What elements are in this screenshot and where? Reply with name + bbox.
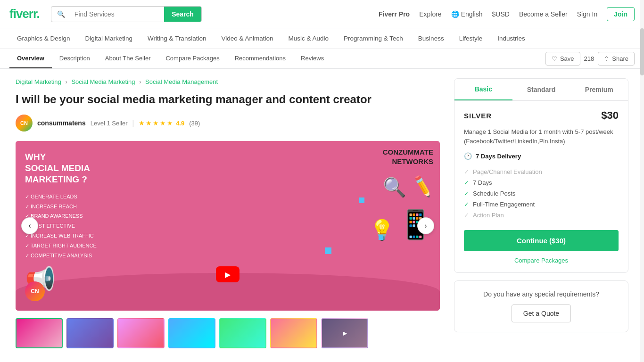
share-label: Share	[612, 55, 628, 62]
breadcrumb-separator-2: ›	[139, 78, 143, 85]
sub-nav: Overview Description About The Seller Co…	[0, 49, 644, 69]
star-5: ★	[167, 119, 173, 127]
gig-title: I will be your social media marketing ma…	[16, 92, 440, 107]
feature-2: ✓ Schedule Posts	[464, 188, 619, 199]
star-3: ★	[153, 119, 159, 127]
avatar: CN	[16, 115, 33, 132]
carousel-prev-button[interactable]: ‹	[21, 217, 38, 234]
thumbnail-5[interactable]	[219, 318, 266, 348]
feature-3: ✓ Full-Time Engagement	[464, 199, 619, 210]
tab-premium[interactable]: Premium	[570, 79, 628, 100]
star-2: ★	[146, 119, 152, 127]
breadcrumb-social-media-management[interactable]: Social Media Management	[145, 78, 218, 85]
feature-2-icon: ✓	[464, 190, 469, 197]
search-icon: 🔍	[51, 7, 69, 22]
compare-packages-link[interactable]: Compare Packages	[464, 257, 619, 264]
language-link[interactable]: 🌐English	[451, 10, 483, 18]
thumbnail-7[interactable]: ▶	[321, 318, 368, 348]
subnav-overview[interactable]: Overview	[9, 49, 52, 68]
sign-in-link[interactable]: Sign In	[577, 10, 598, 18]
explore-link[interactable]: Explore	[419, 10, 441, 18]
scrollbar[interactable]	[640, 0, 644, 360]
package-tabs: Basic Standard Premium	[454, 79, 628, 101]
package-name-row: SILVER $30	[464, 109, 619, 122]
feature-1: ✓ 7 Days	[464, 177, 619, 188]
package-card: Basic Standard Premium SILVER $30 Manage…	[454, 78, 628, 273]
currency-link[interactable]: $USD	[492, 10, 510, 18]
fiverr-pro-link[interactable]: Fiverr Pro	[379, 10, 410, 18]
feature-4-icon: ✓	[464, 212, 469, 219]
get-quote-button[interactable]: Get a Quote	[512, 304, 571, 322]
seller-name-link[interactable]: consummatens	[37, 119, 86, 127]
quote-card: Do you have any special requirements? Ge…	[454, 280, 628, 332]
feature-3-icon: ✓	[464, 201, 469, 208]
search-button[interactable]: Search	[164, 7, 201, 22]
thumbnail-6[interactable]	[270, 318, 317, 348]
save-label: Save	[560, 55, 574, 62]
subnav-reviews[interactable]: Reviews	[293, 49, 331, 68]
bullet-7: ✓ COMPETITIVE ANALYSIS	[25, 251, 221, 261]
package-body: SILVER $30 Manage 1 Social Media for 1 m…	[454, 101, 628, 272]
feature-1-label: 7 Days	[473, 179, 492, 186]
bullet-2: ✓ INCREASE REACH	[25, 202, 221, 212]
bullet-6: ✓ TARGET RIGHT AUDIENCE	[25, 241, 221, 251]
join-button[interactable]: Join	[607, 7, 635, 21]
magnifier-icon: 🔍	[383, 176, 406, 198]
share-icon: ⇧	[604, 55, 609, 62]
feature-0-icon: ✓	[464, 168, 469, 175]
header-nav: Fiverr Pro Explore 🌐English $USD Become …	[379, 7, 635, 21]
play-button-icon: ▶	[216, 266, 239, 282]
tab-standard[interactable]: Standard	[512, 79, 570, 100]
deco-square-2	[379, 235, 383, 240]
star-4: ★	[160, 119, 166, 127]
cat-writing-translation[interactable]: Writing & Translation	[140, 28, 214, 49]
feature-4-label: Action Plan	[473, 212, 504, 219]
breadcrumb-digital-marketing[interactable]: Digital Marketing	[16, 78, 61, 85]
cat-digital-marketing[interactable]: Digital Marketing	[78, 28, 140, 49]
carousel-next-button[interactable]: ›	[417, 217, 434, 234]
cat-music-audio[interactable]: Music & Audio	[281, 28, 337, 49]
thumbnail-3[interactable]	[117, 318, 165, 348]
logo[interactable]: fiverr.	[9, 7, 40, 21]
bullet-4: ✓ COST EFFECTIVE	[25, 221, 221, 231]
bullet-3: ✓ BRAND AWARENESS	[25, 211, 221, 221]
carousel-main-image: WHYSOCIAL MEDIAMARKETING ? ✓ GENERATE LE…	[16, 141, 440, 311]
tab-basic[interactable]: Basic	[454, 79, 512, 100]
gig-icons-area: 🔍 ✏️	[383, 176, 433, 198]
cat-graphics-design[interactable]: Graphics & Design	[9, 28, 78, 49]
breadcrumb-social-media-marketing[interactable]: Social Media Marketing	[71, 78, 135, 85]
cat-business[interactable]: Business	[411, 28, 452, 49]
continue-button[interactable]: Continue ($30)	[464, 230, 619, 251]
search-input[interactable]	[69, 7, 164, 22]
feature-list: ✓ Page/Channel Evaluation ✓ 7 Days ✓ Sch…	[464, 166, 619, 221]
share-button[interactable]: ⇧ Share	[598, 52, 635, 66]
subnav-about-seller[interactable]: About The Seller	[98, 49, 158, 68]
package-description: Manage 1 Social Media for 1 month with 5…	[464, 127, 619, 146]
become-seller-link[interactable]: Become a Seller	[519, 10, 568, 18]
cat-programming-tech[interactable]: Programming & Tech	[336, 28, 411, 49]
thumbnail-1[interactable]	[16, 318, 63, 348]
package-name: SILVER	[464, 112, 492, 120]
delivery-text: 7 Days Delivery	[476, 153, 521, 160]
gig-brand-name: CONZUMMATENETWORKS	[383, 148, 433, 166]
cat-video-animation[interactable]: Video & Animation	[214, 28, 281, 49]
bullet-5: ✓ INCREASE WEB TRAFFIC	[25, 231, 221, 241]
gig-image-bullets: ✓ GENERATE LEADS ✓ INCREASE REACH ✓ BRAN…	[25, 192, 221, 261]
gig-content: Digital Marketing › Social Media Marketi…	[16, 78, 440, 350]
seller-info: CN consummatens Level 1 Seller | ★ ★ ★ ★…	[16, 115, 440, 132]
cat-industries[interactable]: Industries	[490, 28, 533, 49]
cat-lifestyle[interactable]: Lifestyle	[452, 28, 490, 49]
subnav-compare-packages[interactable]: Compare Packages	[158, 49, 227, 68]
gig-image-headline: WHYSOCIAL MEDIAMARKETING ?	[25, 151, 221, 185]
thumbnail-2[interactable]	[66, 318, 114, 348]
save-button[interactable]: ♡ Save	[545, 52, 580, 66]
sub-nav-actions: ♡ Save 218 ⇧ Share	[545, 52, 635, 66]
feature-4: ✓ Action Plan	[464, 210, 619, 221]
save-count: 218	[584, 55, 594, 62]
scrollbar-thumb[interactable]	[640, 28, 644, 75]
subnav-recommendations[interactable]: Recommendations	[227, 49, 293, 68]
subnav-description[interactable]: Description	[52, 49, 98, 68]
thumbnail-4[interactable]	[168, 318, 215, 348]
star-1: ★	[139, 119, 145, 127]
review-count: (39)	[189, 120, 200, 127]
